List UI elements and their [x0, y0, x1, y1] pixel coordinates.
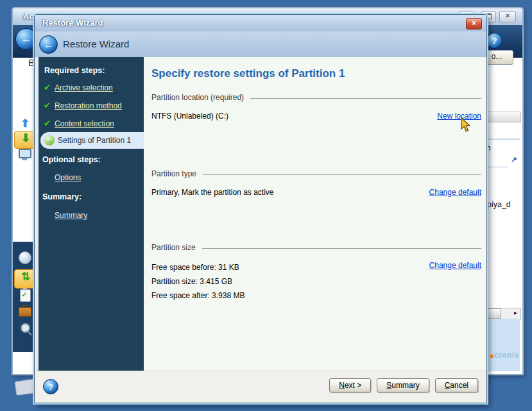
dialog-help-button[interactable]: ? [43, 379, 58, 394]
free-space-after-value: Free space after: 3.938 MB [151, 289, 245, 303]
section-rule [202, 248, 481, 249]
restore-wizard-dialog: Restore Wizard × ← Restore Wizard Requir… [34, 14, 487, 403]
help-icon: ? [492, 36, 497, 46]
step-options[interactable]: Options [55, 173, 81, 182]
wizard-content-pane: Specify restore settings of Partition 1 … [144, 57, 486, 371]
help-icon: ? [48, 382, 53, 392]
cancel-button[interactable]: Cancel [435, 378, 478, 392]
mouse-cursor-icon [459, 117, 470, 135]
required-steps-heading: Required steps: [44, 66, 105, 75]
step-archive-selection[interactable]: Archive selection [55, 83, 113, 92]
section-rule [203, 174, 481, 175]
toolbox-icon[interactable] [14, 307, 36, 319]
dialog-title: Restore Wizard [42, 18, 103, 28]
acronis-logo: cronis [490, 351, 519, 360]
step-settings-of-partition-active[interactable]: → Settings of Partition 1 [40, 132, 144, 149]
change-type-default-link[interactable]: Change default [429, 187, 481, 197]
section-heading-text: Partition location (required) [151, 92, 244, 103]
dialog-header: ← Restore Wizard [35, 31, 486, 57]
page-title: Specify restore settings of Partition 1 [151, 67, 481, 80]
step-content-selection[interactable]: Content selection [55, 119, 114, 128]
back-arrow-icon: ← [21, 33, 32, 46]
dialog-footer: ? Next > Summary Cancel [35, 371, 486, 403]
wizard-steps-sidebar: Required steps: ✔ Archive selection ✔ Re… [39, 57, 144, 371]
download-arrow-icon: ⬇ [21, 132, 30, 144]
step-restoration-method[interactable]: Restoration method [55, 101, 122, 110]
free-space-before-value: Free space before: 31 KB [151, 260, 245, 274]
change-size-default-link[interactable]: Change default [429, 260, 481, 271]
search-magnifier-icon[interactable] [14, 323, 36, 335]
wizard-back-button[interactable]: ← [39, 35, 58, 54]
current-step-arrow-icon: → [44, 135, 55, 146]
upload-arrow-icon[interactable]: ⬆ [14, 117, 36, 130]
step-summary[interactable]: Summary [55, 211, 87, 220]
partition-location-section-heading: Partition location (required) [151, 92, 481, 103]
desktop: Acronis True Image Home – × ← ? B ⬆ ⬇ ⇅ … [0, 0, 532, 411]
next-button[interactable]: Next > [329, 378, 371, 392]
back-arrow-icon: ← [44, 39, 53, 50]
monitor-icon[interactable] [14, 149, 36, 161]
dialog-titlebar[interactable]: Restore Wizard × [35, 15, 486, 31]
check-icon: ✔ [44, 119, 53, 128]
summary-heading: Summary: [42, 192, 82, 201]
section-heading-text: Partition size [151, 242, 196, 253]
section-rule [250, 98, 481, 99]
partition-size-value: Partition size: 3.415 GB [151, 274, 245, 289]
check-icon: ✔ [44, 83, 53, 92]
close-button[interactable]: × [499, 11, 516, 22]
globe-icon[interactable] [14, 251, 36, 267]
active-step-label: Settings of Partition 1 [58, 136, 131, 145]
wizard-header-title: Restore Wizard [63, 38, 129, 49]
sort-arrow-icon: ↗ [511, 155, 517, 164]
partition-type-section-heading: Partition type [151, 169, 481, 179]
dialog-close-button[interactable]: × [466, 18, 482, 29]
summary-button[interactable]: Summary [377, 378, 429, 392]
partition-location-value: NTFS (Unlabeled) (C:) [151, 111, 228, 121]
partition-size-section-heading: Partition size [151, 242, 481, 253]
optional-steps-heading: Optional steps: [42, 155, 101, 164]
partition-type-value: Primary, Mark the partition as active [151, 187, 274, 197]
up-down-arrows-icon: ⇅ [21, 271, 30, 283]
section-heading-text: Partition type [151, 169, 196, 179]
main-help-button[interactable]: ? [486, 33, 502, 49]
scrollbar-thumb[interactable] [488, 308, 501, 319]
clipboard-icon[interactable] [14, 289, 36, 305]
check-icon: ✔ [44, 101, 53, 110]
text-fragment: h [486, 144, 491, 153]
scrollbar-right-arrow-icon[interactable]: ▸ [514, 309, 517, 316]
